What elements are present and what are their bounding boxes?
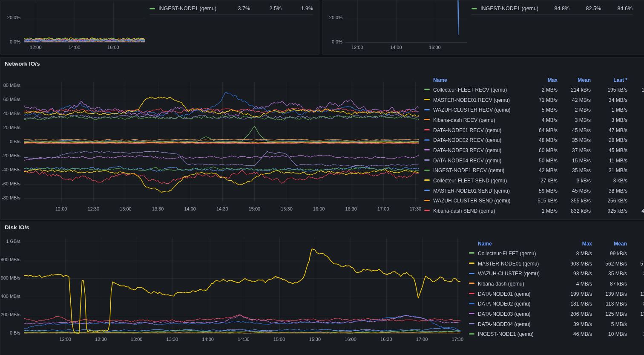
legend-value: 515 kB/s (527, 196, 560, 206)
legend-row[interactable]: INGEST-NODE1 (qemu) 3.7% 2.5% 1.9% (150, 6, 313, 15)
series-swatch (150, 8, 155, 9)
series-name[interactable]: DATA-NODE04 RECV (qemu) (433, 158, 501, 164)
legend-value: 12 MB/s (630, 329, 644, 340)
series-name[interactable]: Kibana-dash (qemu) (478, 281, 524, 287)
legend-row[interactable]: Collecteur-FLEET RECV (qemu)2 MB/s214 kB… (422, 85, 644, 95)
legend-value: 31 MB/s (593, 166, 630, 176)
series-name[interactable]: DATA-NODE03 (qemu) (478, 311, 531, 317)
series-swatch (469, 263, 474, 264)
legend-row[interactable]: DATA-NODE04 (qemu)39 MB/s5 MB/s98 kB/s (466, 319, 644, 329)
series-name[interactable]: DATA-NODE02 RECV (qemu) (433, 137, 501, 143)
series-swatch (424, 200, 430, 201)
legend-row[interactable]: MASTER-NODE01 SEND (qemu)59 MB/s45 MB/s3… (422, 186, 644, 196)
legend-row[interactable]: Kibana-dash RECV (qemu)4 MB/s3 MB/s3 MB/… (422, 115, 644, 125)
legend-value: 64 MB/s (527, 125, 560, 136)
legend-value: 35 MB/s (595, 268, 630, 279)
legend-value: 34 MB/s (593, 95, 630, 105)
panel-title[interactable]: Network IO/s (5, 61, 40, 67)
legend-value: 199 MB/s (557, 289, 595, 299)
legend-row[interactable]: Kibana-dash SEND (qemu)1 MB/s832 kB/s925… (422, 206, 644, 216)
legend-value: 903 MB/s (557, 259, 595, 269)
series-name[interactable]: Collecteur-FLEET RECV (qemu) (433, 87, 507, 93)
legend-row[interactable]: DATA-NODE03 (qemu)206 MB/s125 MB/s136 MB… (466, 309, 644, 319)
legend-value: 99 kB/s (595, 248, 630, 259)
series-name[interactable]: INGEST-NODE1 (qemu) (158, 6, 218, 12)
legend-row[interactable]: DATA-NODE01 RECV (qemu)64 MB/s45 MB/s47 … (422, 125, 644, 136)
legend-value-max: 3.7% (218, 6, 250, 12)
series-name[interactable]: Kibana-dash SEND (qemu) (433, 208, 495, 214)
legend-value: 9 kB/s (630, 248, 644, 259)
series-name[interactable]: Collecteur-FLEET (qemu) (478, 251, 536, 257)
legend-header[interactable]: Mean (595, 240, 630, 248)
legend-row[interactable]: Collecteur-FLEET SEND (qemu)27 kB/s3 kB/… (422, 176, 644, 186)
series-name[interactable]: INGEST-NODE1 (qemu) (480, 6, 538, 12)
legend-header[interactable]: Max (527, 76, 560, 85)
legend-value: 27 kB/s (527, 176, 560, 186)
panel-title[interactable]: Disk IO/s (5, 224, 29, 231)
series-name[interactable]: MASTER-NODE01 (qemu) (478, 261, 539, 267)
legend-value: 256 kB/s (593, 196, 630, 206)
legend-header[interactable]: Total (630, 76, 644, 85)
series-name[interactable]: DATA-NODE01 (qemu) (478, 291, 531, 297)
series-swatch (469, 252, 474, 254)
legend-value: 355 kB/s (560, 196, 593, 206)
legend-value: 18 GB/s (630, 145, 644, 156)
legend-row[interactable]: DATA-NODE02 RECV (qemu)48 MB/s35 MB/s28 … (422, 135, 644, 145)
legend-row[interactable]: INGEST-NODE1 (qemu) 84.8% 82.5% 84.6% (472, 6, 632, 15)
series-name[interactable]: DATA-NODE01 RECV (qemu) (433, 127, 501, 133)
legend-value: 48 MB/s (527, 135, 560, 145)
series-swatch (424, 129, 430, 130)
grafana-dashboard: INGEST-NODE1 (qemu) 3.7% 2.5% 1.9% INGES… (0, 0, 644, 355)
series-name[interactable]: WAZUH-CLUSTER SEND (qemu) (433, 198, 511, 204)
legend-value: 139 MB/s (595, 289, 630, 299)
panel-top-left: INGEST-NODE1 (qemu) 3.7% 2.5% 1.9% (0, 0, 319, 55)
legend-value: 49 kB/s (630, 279, 644, 289)
legend-row[interactable]: DATA-NODE03 RECV (qemu)60 MB/s37 MB/s45 … (422, 145, 644, 156)
series-name[interactable]: INGEST-NODE1 (qemu) (478, 331, 534, 337)
legend-value: 11 MB/s (593, 156, 630, 166)
series-name[interactable]: DATA-NODE02 (qemu) (478, 301, 531, 307)
series-name[interactable]: DATA-NODE04 (qemu) (478, 321, 531, 327)
series-swatch (469, 323, 474, 324)
legend-row[interactable]: Kibana-dash (qemu)4 MB/s87 kB/s49 kB/s (466, 279, 644, 289)
series-name[interactable]: Kibana-dash RECV (qemu) (433, 117, 495, 123)
legend-row[interactable]: WAZUH-CLUSTER RECV (qemu)5 MB/s2 MB/s1 M… (422, 105, 644, 115)
series-name[interactable]: WAZUH-CLUSTER (qemu) (478, 271, 540, 277)
series-swatch (424, 159, 430, 161)
legend-header[interactable]: Max (557, 240, 595, 248)
series-name[interactable]: INGEST-NODE1 RECV (qemu) (433, 167, 504, 173)
legend-value: 7 GB/s (630, 156, 644, 166)
series-swatch (469, 293, 474, 294)
disk-legend-table: NameMaxMeanLast *Collecteur-FLEET (qemu)… (466, 240, 644, 339)
legend-header[interactable]: Mean (560, 76, 593, 85)
series-name[interactable]: WAZUH-CLUSTER RECV (qemu) (433, 107, 511, 113)
series-swatch (424, 109, 430, 110)
series-name[interactable]: MASTER-NODE01 SEND (qemu) (433, 188, 510, 194)
legend-row[interactable]: DATA-NODE04 RECV (qemu)50 MB/s15 MB/s11 … (422, 156, 644, 166)
legend-row[interactable]: WAZUH-CLUSTER (qemu)93 MB/s35 MB/s34 MB/… (466, 268, 644, 279)
legend-header[interactable]: Name (466, 240, 557, 248)
legend-row[interactable]: INGEST-NODE1 (qemu)46 MB/s10 MB/s12 MB/s (466, 329, 644, 340)
series-name[interactable]: MASTER-NODE01 RECV (qemu) (433, 97, 510, 103)
series-swatch (469, 273, 474, 274)
legend-header[interactable]: Last * (593, 76, 630, 85)
legend-value: 103 MB/s (630, 85, 644, 95)
series-swatch (469, 303, 474, 304)
legend-value: 42 MB/s (527, 166, 560, 176)
legend-row[interactable]: Collecteur-FLEET (qemu)8 MB/s99 kB/s9 kB… (466, 248, 644, 259)
series-name[interactable]: Collecteur-FLEET SEND (qemu) (433, 178, 507, 184)
legend-row[interactable]: INGEST-NODE1 RECV (qemu)42 MB/s35 MB/s31… (422, 166, 644, 176)
legend-row[interactable]: DATA-NODE02 (qemu)181 MB/s113 MB/s86 MB/… (466, 299, 644, 309)
legend-header[interactable]: Last * (630, 240, 644, 248)
legend-value: 400 MB/s (630, 206, 644, 216)
legend-row[interactable]: MASTER-NODE01 (qemu)903 MB/s562 MB/s577 … (466, 259, 644, 269)
legend-value: 50 MB/s (527, 156, 560, 166)
legend-header[interactable]: Name (422, 76, 527, 85)
legend-value-last: 1.9% (282, 6, 313, 12)
legend-row[interactable]: DATA-NODE01 (qemu)199 MB/s139 MB/s127 MB… (466, 289, 644, 299)
legend-row[interactable]: WAZUH-CLUSTER SEND (qemu)515 kB/s355 kB/… (422, 196, 644, 206)
series-name[interactable]: DATA-NODE03 RECV (qemu) (433, 147, 501, 153)
series-swatch (424, 179, 430, 181)
legend-value: 93 MB/s (557, 268, 595, 279)
legend-row[interactable]: MASTER-NODE01 RECV (qemu)71 MB/s42 MB/s3… (422, 95, 644, 105)
